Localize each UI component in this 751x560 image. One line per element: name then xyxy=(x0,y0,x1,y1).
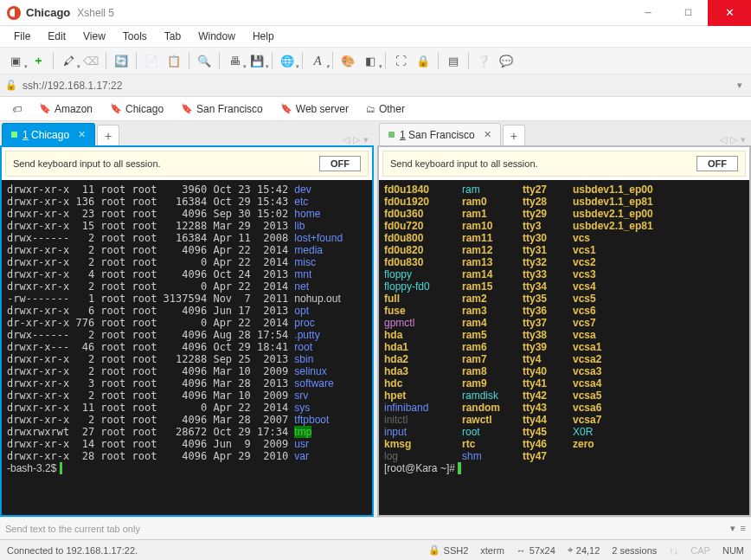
bookmark-label: Web server xyxy=(296,103,349,115)
menu-window[interactable]: Window xyxy=(191,29,242,44)
paste-icon[interactable]: 📋 xyxy=(164,50,184,71)
bookmark-label: Other xyxy=(379,103,405,115)
tab-menu-icon[interactable]: ▾ xyxy=(741,134,746,145)
menu-view[interactable]: View xyxy=(76,29,112,44)
fullscreen-icon[interactable]: ⛶ xyxy=(390,50,411,71)
tab-next-icon[interactable]: ▷ xyxy=(730,134,737,145)
ssh-lock-icon: 🔓 xyxy=(5,80,17,91)
help-icon[interactable]: ❔ xyxy=(473,50,494,71)
bookmark-sanfrancisco[interactable]: 🔖San Francisco xyxy=(174,101,270,117)
toolbar: ▣▾ ＋ 🖍▾ ⌫ 🔄 📄 📋 🔍 🖶▾ 💾▾ 🌐▾ A▾ 🎨 ◧▾ ⛶ 🔒 ▤… xyxy=(0,47,751,74)
status-connection: Connected to 192.168.1.17:22. xyxy=(7,545,138,556)
tab-close-icon[interactable]: ✕ xyxy=(78,129,86,140)
lock-icon[interactable]: 🔒 xyxy=(413,50,433,71)
broadcast-notice: Send keyboard input to all session. OFF xyxy=(5,151,369,177)
color-scheme-icon[interactable]: 🎨 xyxy=(337,50,358,71)
separator xyxy=(332,52,333,69)
tab-sanfrancisco[interactable]: 1 San Francisco ✕ xyxy=(379,123,501,145)
tab-next-icon[interactable]: ▷ xyxy=(353,134,360,145)
bookmark-bar: 🏷 🔖Amazon 🔖Chicago 🔖San Francisco 🔖Web s… xyxy=(0,97,751,121)
resize-icon: ↔ xyxy=(517,545,526,556)
separator xyxy=(272,52,273,69)
bookmark-icon: 🔖 xyxy=(181,103,193,114)
add-session-icon[interactable]: ＋ xyxy=(28,50,48,71)
bookmark-other[interactable]: 🗂Other xyxy=(359,101,412,117)
notice-text: Send keyboard input to all session. xyxy=(390,158,538,169)
bookmark-chicago[interactable]: 🔖Chicago xyxy=(103,101,170,117)
bookmark-amazon[interactable]: 🔖Amazon xyxy=(32,101,99,117)
separator xyxy=(53,52,54,69)
separator xyxy=(136,52,137,69)
tab-label: San Francisco xyxy=(408,129,475,141)
bookmark-folder-icon: 🗂 xyxy=(366,104,376,114)
tab-add-button[interactable]: + xyxy=(503,125,525,145)
address-dropdown-icon[interactable]: ▾ xyxy=(734,80,746,91)
bookmark-icon: 🔖 xyxy=(110,103,122,114)
copy-icon[interactable]: 📄 xyxy=(141,50,162,71)
print-icon[interactable]: 🖶▾ xyxy=(224,50,245,71)
status-termtype: xterm xyxy=(480,545,504,556)
tab-prev-icon[interactable]: ◁ xyxy=(343,134,350,145)
menu-help[interactable]: Help xyxy=(246,29,281,44)
status-numlock: NUM xyxy=(722,545,744,556)
eraser-icon[interactable]: ⌫ xyxy=(80,50,101,71)
menu-file[interactable]: File xyxy=(7,29,37,44)
notice-text: Send keyboard input to all session. xyxy=(13,158,161,169)
menu-bar: File Edit View Tools Tab Window Help xyxy=(0,26,751,47)
separator xyxy=(302,52,303,69)
broadcast-toggle-button[interactable]: OFF xyxy=(696,156,738,171)
title-bar: Chicago Xshell 5 ─ ☐ ✕ xyxy=(0,0,751,26)
theme-dropdown-icon[interactable]: ◧▾ xyxy=(360,50,381,71)
compose-target-icon[interactable]: ▾ xyxy=(730,523,735,534)
feedback-icon[interactable]: 💬 xyxy=(496,50,517,71)
split-container: 1 Chicago ✕ + ◁▷▾ Send keyboard input to… xyxy=(0,121,751,517)
font-icon[interactable]: A▾ xyxy=(307,50,328,71)
separator xyxy=(385,52,386,69)
status-size: ↔57x24 xyxy=(517,545,555,556)
tab-prev-icon[interactable]: ◁ xyxy=(720,134,727,145)
terminal-sanfrancisco[interactable]: fd0u1840ramtty27usbdev1.1_ep00fd0u1920ra… xyxy=(379,180,749,515)
terminal-chicago[interactable]: drwxr-xr-x 11 root root 3960 Oct 23 15:4… xyxy=(2,180,372,515)
status-updown-icon: ↑↓ xyxy=(669,545,678,556)
compose-menu-icon[interactable]: ≡ xyxy=(741,523,746,534)
separator xyxy=(438,52,439,69)
tab-chicago[interactable]: 1 Chicago ✕ xyxy=(2,123,95,145)
separator xyxy=(468,52,469,69)
bookmark-label: Chicago xyxy=(125,103,164,115)
app-logo-icon xyxy=(7,6,21,20)
separator xyxy=(106,52,106,69)
tabstrip-left: 1 Chicago ✕ + ◁▷▾ xyxy=(0,121,374,145)
highlight-icon[interactable]: 🖍▾ xyxy=(58,50,79,71)
close-button[interactable]: ✕ xyxy=(708,0,751,26)
separator xyxy=(189,52,189,69)
bookmark-webserver[interactable]: 🔖Web server xyxy=(273,101,356,117)
bookmark-icon: 🔖 xyxy=(280,103,292,114)
globe-icon[interactable]: 🌐▾ xyxy=(277,50,298,71)
bookmark-label: Amazon xyxy=(55,103,93,115)
minimize-button[interactable]: ─ xyxy=(628,0,668,26)
menu-tools[interactable]: Tools xyxy=(116,29,154,44)
app-name: Xshell 5 xyxy=(77,7,114,19)
search-icon[interactable]: 🔍 xyxy=(194,50,215,71)
tab-add-button[interactable]: + xyxy=(97,125,119,145)
menu-tab[interactable]: Tab xyxy=(157,29,188,44)
compose-bar[interactable]: Send text to the current tab only ▾≡ xyxy=(0,517,751,539)
maximize-button[interactable]: ☐ xyxy=(668,0,708,26)
reconnect-icon[interactable]: 🔄 xyxy=(111,50,132,71)
menu-edit[interactable]: Edit xyxy=(41,29,73,44)
cursor-icon: ⌖ xyxy=(568,544,573,556)
pane-sanfrancisco: 1 San Francisco ✕ + ◁▷▾ Send keyboard in… xyxy=(377,121,751,517)
bookmark-add[interactable]: 🏷 xyxy=(5,102,29,116)
connection-indicator-icon xyxy=(11,132,17,138)
compose-placeholder: Send text to the current tab only xyxy=(5,524,140,534)
tab-menu-icon[interactable]: ▾ xyxy=(363,134,369,145)
status-capslock: CAP xyxy=(690,545,710,556)
new-session-icon[interactable]: ▣▾ xyxy=(5,50,26,71)
broadcast-toggle-button[interactable]: OFF xyxy=(319,156,361,171)
bookmark-add-icon: 🏷 xyxy=(12,104,22,114)
save-icon[interactable]: 💾▾ xyxy=(247,50,267,71)
status-bar: Connected to 192.168.1.17:22. 🔒SSH2 xter… xyxy=(0,539,751,560)
compose-bar-icon[interactable]: ▤ xyxy=(443,50,464,71)
tab-close-icon[interactable]: ✕ xyxy=(484,129,491,140)
address-input[interactable] xyxy=(22,80,729,92)
